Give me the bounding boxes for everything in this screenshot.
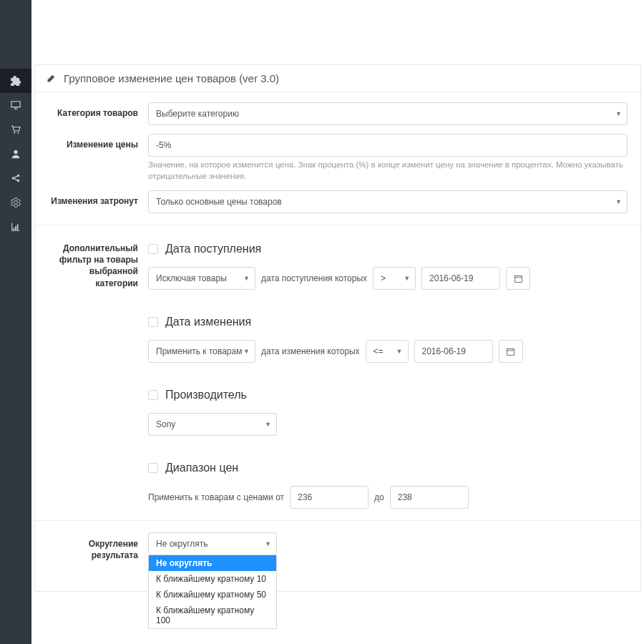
svg-point-3 bbox=[12, 177, 15, 180]
sidebar bbox=[0, 0, 31, 644]
panel-title: Групповое изменение цен товаров (ver 3.0… bbox=[64, 72, 279, 84]
label-changes-affect: Изменения затронут bbox=[48, 190, 148, 206]
modified-calendar-button[interactable] bbox=[499, 340, 523, 363]
modified-mode-select[interactable]: Применить к товарам bbox=[148, 340, 255, 363]
svg-point-5 bbox=[17, 180, 20, 182]
price-range-title: Диапазон цен bbox=[165, 462, 238, 474]
rounding-option[interactable]: К ближайшему кратному 100 bbox=[149, 602, 276, 628]
rounding-option[interactable]: К ближайшему кратному 50 bbox=[149, 587, 276, 602]
svg-point-4 bbox=[17, 175, 20, 177]
label-category: Категория товаров bbox=[48, 102, 148, 118]
edit-icon bbox=[47, 74, 55, 83]
price-range-to-text: до bbox=[374, 492, 384, 502]
arrival-calendar-button[interactable] bbox=[506, 267, 530, 290]
sidebar-item-share[interactable] bbox=[0, 166, 31, 190]
price-change-input[interactable] bbox=[148, 134, 628, 157]
svg-point-0 bbox=[14, 132, 15, 133]
svg-point-1 bbox=[17, 132, 19, 133]
calendar-icon bbox=[514, 274, 523, 283]
divider bbox=[35, 520, 640, 521]
puzzle-icon bbox=[11, 76, 21, 86]
arrival-op-select[interactable]: > bbox=[373, 267, 416, 290]
label-price-change: Изменение цены bbox=[48, 134, 148, 150]
price-range-controls: Применить к товарам с ценами от до bbox=[148, 486, 628, 509]
manufacturer-select[interactable]: Sony bbox=[148, 413, 277, 436]
manufacturer-checkbox[interactable] bbox=[148, 390, 158, 400]
arrival-date-input[interactable] bbox=[421, 267, 500, 290]
rounding-dropdown: Не округлять ▼ Не округлять К ближайшему… bbox=[148, 532, 628, 555]
user-icon bbox=[11, 149, 21, 159]
panel-body: Категория товаров Выберите категорию ▼ И… bbox=[35, 92, 640, 591]
sidebar-item-display[interactable] bbox=[0, 93, 31, 117]
modified-title: Дата изменения bbox=[165, 316, 251, 328]
gear-icon bbox=[11, 197, 21, 208]
manufacturer-controls: Sony ▼ bbox=[148, 413, 628, 436]
price-to-input[interactable] bbox=[390, 486, 469, 509]
monitor-icon bbox=[11, 100, 21, 110]
rounding-select[interactable]: Не округлять bbox=[148, 532, 277, 555]
arrival-title: Дата поступления bbox=[165, 243, 261, 255]
svg-rect-6 bbox=[514, 275, 522, 282]
manufacturer-title: Производитель bbox=[165, 389, 247, 401]
calendar-icon bbox=[506, 347, 515, 356]
panel: Групповое изменение цен товаров (ver 3.0… bbox=[34, 64, 641, 592]
label-rounding: Округление результата bbox=[48, 532, 148, 561]
label-filter: Дополнительный фильтр на товары выбранно… bbox=[48, 237, 148, 289]
rounding-option[interactable]: К ближайшему кратному 10 bbox=[149, 571, 276, 587]
modified-checkbox[interactable] bbox=[148, 317, 158, 327]
changes-affect-select[interactable]: Только основные цены товаров bbox=[148, 190, 628, 213]
chart-icon bbox=[11, 222, 21, 232]
svg-rect-7 bbox=[507, 348, 514, 355]
sidebar-item-settings[interactable] bbox=[0, 190, 31, 215]
category-select[interactable]: Выберите категорию bbox=[148, 102, 628, 125]
section-modified-heading: Дата изменения bbox=[148, 316, 628, 328]
arrival-checkbox[interactable] bbox=[148, 244, 158, 254]
sidebar-item-modules[interactable] bbox=[0, 69, 31, 93]
panel-header: Групповое изменение цен товаров (ver 3.0… bbox=[35, 65, 640, 92]
section-price-range-heading: Диапазон цен bbox=[148, 462, 628, 474]
sidebar-item-reports[interactable] bbox=[0, 215, 31, 239]
sidebar-item-user[interactable] bbox=[0, 142, 31, 166]
modified-controls: Применить к товарам ▼ дата изменения кот… bbox=[148, 340, 628, 363]
modified-op-select[interactable]: <= bbox=[366, 340, 409, 363]
main-content: Групповое изменение цен товаров (ver 3.0… bbox=[31, 0, 644, 644]
price-from-input[interactable] bbox=[290, 486, 369, 509]
svg-point-2 bbox=[14, 150, 17, 154]
price-range-from-text: Применить к товарам с ценами от bbox=[148, 492, 284, 502]
modified-text: дата изменения которых bbox=[261, 346, 360, 356]
arrival-text: дата поступления которых bbox=[261, 273, 367, 283]
rounding-dropdown-list: Не округлять К ближайшему кратному 10 К … bbox=[148, 555, 277, 629]
price-range-checkbox[interactable] bbox=[148, 463, 158, 473]
section-manufacturer-heading: Производитель bbox=[148, 389, 628, 401]
arrival-controls: Исключая товары ▼ дата поступления котор… bbox=[148, 267, 628, 290]
section-arrival-heading: Дата поступления bbox=[148, 243, 628, 255]
share-icon bbox=[11, 173, 21, 183]
rounding-option[interactable]: Не округлять bbox=[149, 555, 276, 571]
price-change-help: Значение, на которое изменится цена. Зна… bbox=[148, 160, 628, 182]
modified-date-input[interactable] bbox=[414, 340, 493, 363]
arrival-mode-select[interactable]: Исключая товары bbox=[148, 267, 255, 290]
divider bbox=[35, 225, 640, 225]
sidebar-item-cart[interactable] bbox=[0, 117, 31, 142]
cart-icon bbox=[11, 125, 21, 135]
